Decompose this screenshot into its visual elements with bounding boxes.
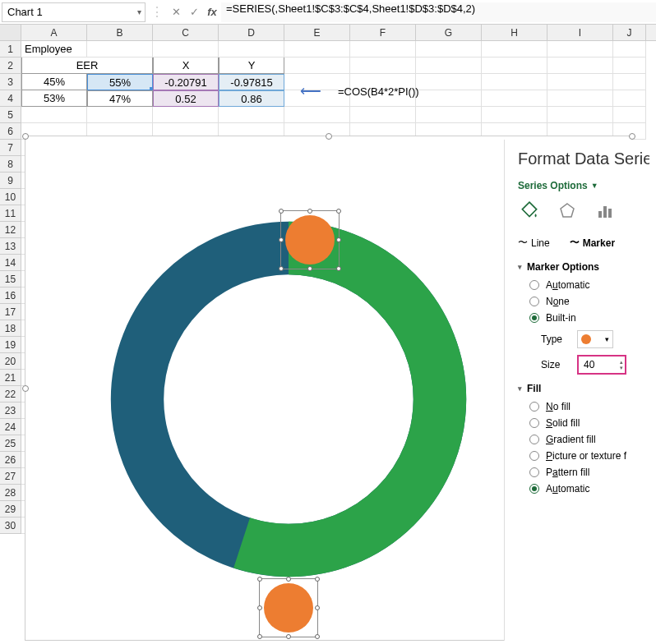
cell[interactable] <box>547 90 613 107</box>
row-header[interactable]: 6 <box>0 123 21 140</box>
chevron-down-icon[interactable]: ▾ <box>137 7 141 16</box>
cell[interactable] <box>613 90 646 107</box>
row-header[interactable]: 17 <box>0 304 21 320</box>
row-header[interactable]: 25 <box>0 435 21 452</box>
row-header[interactable]: 7 <box>0 140 21 156</box>
cell[interactable] <box>613 41 646 58</box>
row-header[interactable]: 9 <box>0 172 21 189</box>
marker-builtin-radio[interactable]: Built-in <box>529 312 649 324</box>
row-header[interactable]: 18 <box>0 320 21 337</box>
cell[interactable] <box>613 58 646 74</box>
row-header[interactable]: 4 <box>0 90 21 107</box>
marker-tab[interactable]: 〜 Marker <box>570 236 615 250</box>
cell[interactable] <box>350 58 416 74</box>
row-header[interactable]: 30 <box>0 518 21 534</box>
row-header[interactable]: 12 <box>0 222 21 238</box>
column-header[interactable]: E <box>284 25 350 40</box>
column-header[interactable]: F <box>350 25 416 40</box>
cell[interactable] <box>547 107 613 123</box>
cell[interactable] <box>87 41 153 58</box>
column-header[interactable]: B <box>87 25 153 40</box>
cell[interactable] <box>284 107 350 123</box>
cell[interactable] <box>613 74 646 90</box>
marker-type-dropdown[interactable]: ▾ <box>577 330 613 348</box>
cell[interactable] <box>416 74 482 90</box>
cell[interactable] <box>482 41 547 58</box>
cell[interactable] <box>547 58 613 74</box>
cell[interactable] <box>350 41 416 58</box>
cell[interactable]: EER <box>21 58 153 74</box>
fill-tab[interactable] <box>518 200 541 223</box>
line-tab[interactable]: 〜 Line <box>518 236 550 250</box>
cell[interactable] <box>284 58 350 74</box>
row-header[interactable]: 26 <box>0 452 21 468</box>
column-header[interactable]: I <box>547 25 613 40</box>
row-header[interactable]: 3 <box>0 74 21 90</box>
row-header[interactable]: 15 <box>0 271 21 288</box>
row-header[interactable]: 5 <box>0 107 21 123</box>
cell[interactable] <box>416 90 482 107</box>
cell[interactable]: Employee Engagement Rate <box>21 41 87 58</box>
effects-tab[interactable] <box>556 200 579 223</box>
cell[interactable]: Y <box>219 58 284 74</box>
row-header[interactable]: 10 <box>0 189 21 205</box>
cell[interactable] <box>219 41 284 58</box>
fill-solid-radio[interactable]: Solid fill <box>529 417 649 429</box>
marker-options-section[interactable]: ▾ Marker Options <box>518 261 649 273</box>
column-header[interactable]: C <box>153 25 219 40</box>
cancel-formula-button[interactable]: ✕ <box>167 3 185 21</box>
resize-handle[interactable] <box>22 133 29 140</box>
fill-gradient-radio[interactable]: Gradient fill <box>529 434 649 445</box>
row-header[interactable]: 2 <box>0 58 21 74</box>
cell[interactable] <box>416 41 482 58</box>
cell[interactable] <box>153 107 219 123</box>
cell[interactable] <box>21 107 87 123</box>
marker-none-radio[interactable]: None <box>529 296 649 307</box>
row-header[interactable]: 11 <box>0 205 21 222</box>
row-header[interactable]: 13 <box>0 238 21 255</box>
row-header[interactable]: 29 <box>0 501 21 518</box>
resize-handle[interactable] <box>22 385 29 392</box>
fill-picture-radio[interactable]: Picture or texture f <box>529 450 649 462</box>
series-options-tab[interactable] <box>594 200 617 223</box>
cell[interactable] <box>613 107 646 123</box>
resize-handle[interactable] <box>629 133 635 140</box>
row-header[interactable]: 24 <box>0 419 21 435</box>
cell[interactable]: X <box>153 58 219 74</box>
cell[interactable] <box>482 58 547 74</box>
row-header[interactable]: 21 <box>0 370 21 386</box>
formula-input[interactable]: =SERIES(,Sheet1!$C$3:$C$4,Sheet1!$D$3:$D… <box>221 2 656 22</box>
row-header[interactable]: 27 <box>0 468 21 485</box>
cell[interactable] <box>350 107 416 123</box>
cell[interactable]: 47% <box>87 90 153 107</box>
fill-pattern-radio[interactable]: Pattern fill <box>529 467 649 478</box>
row-header[interactable]: 22 <box>0 386 21 402</box>
cell[interactable] <box>416 107 482 123</box>
cell[interactable]: 0.86 <box>219 90 284 107</box>
fill-none-radio[interactable]: No fill <box>529 401 649 412</box>
cell[interactable] <box>482 74 547 90</box>
cell[interactable]: -0.20791 <box>153 74 219 90</box>
column-header[interactable]: D <box>219 25 284 40</box>
marker-size-input[interactable]: 40 ▴▾ <box>577 355 626 375</box>
column-header[interactable]: A <box>21 25 87 40</box>
row-header[interactable]: 14 <box>0 255 21 271</box>
row-header[interactable]: 23 <box>0 402 21 419</box>
cell[interactable]: 53% <box>21 90 87 107</box>
row-header[interactable]: 16 <box>0 288 21 304</box>
series-options-dropdown[interactable]: Series Options ▼ <box>518 180 649 191</box>
row-header[interactable]: 20 <box>0 353 21 370</box>
cell[interactable] <box>547 41 613 58</box>
cell[interactable]: 55% <box>87 74 153 90</box>
row-header[interactable]: 1 <box>0 41 21 58</box>
fill-automatic-radio[interactable]: Automatic <box>529 483 649 494</box>
row-header[interactable]: 8 <box>0 156 21 172</box>
row-header[interactable]: 19 <box>0 337 21 353</box>
marker-automatic-radio[interactable]: Automatic <box>529 279 649 291</box>
cell[interactable]: 0.52 <box>153 90 219 107</box>
cell[interactable] <box>547 74 613 90</box>
column-header[interactable]: H <box>482 25 547 40</box>
cell[interactable] <box>482 90 547 107</box>
name-box[interactable]: Chart 1 ▾ <box>2 2 146 22</box>
row-header[interactable]: 28 <box>0 485 21 501</box>
